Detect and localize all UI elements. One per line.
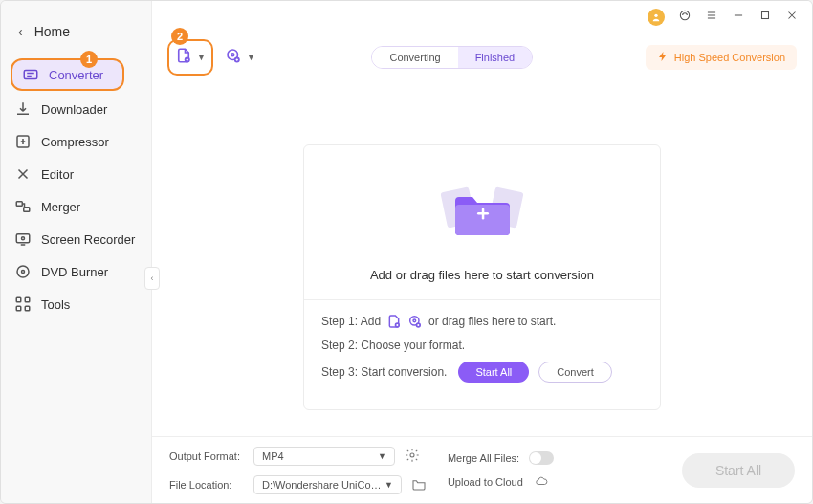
compressor-label: Compressor [41,135,109,149]
file-location-select[interactable]: D:\Wondershare UniConverter 1 ▼ [253,475,402,494]
maximize-icon[interactable] [758,9,772,26]
compressor-icon [14,133,32,150]
chevron-down-icon: ▼ [197,53,206,62]
svg-rect-3 [24,208,30,212]
merge-label: Merge All Files: [448,452,519,464]
converter-icon [22,66,39,83]
step-badge-2: 2 [171,28,188,45]
svg-rect-10 [16,306,21,311]
file-location-value: D:\Wondershare UniConverter 1 [262,479,385,491]
settings-icon[interactable] [405,448,420,465]
content-area: Add or drag files here to start conversi… [152,91,812,436]
sidebar-item-dvd-burner[interactable]: DVD Burner [1,255,151,288]
merge-toggle[interactable] [529,451,554,465]
svg-rect-4 [16,234,30,243]
open-folder-icon[interactable] [411,476,427,493]
drop-illustration [304,164,660,260]
bolt-icon [657,51,669,64]
avatar[interactable] [648,9,665,26]
svg-rect-14 [762,12,769,19]
tools-label: Tools [41,297,70,312]
step-badge-1: 1 [80,51,98,68]
output-format-label: Output Format: [169,450,244,462]
add-file-icon [386,314,402,329]
step2-text: Step 2: Choose your format. [321,339,465,352]
svg-rect-11 [25,306,30,311]
drop-title: Add or drag files here to start conversi… [304,260,660,299]
svg-point-27 [410,453,414,457]
bottombar: Output Format: MP4 ▼ File Location: D:\W… [152,436,812,503]
minimize-icon[interactable] [732,9,745,26]
home-label: Home [34,24,70,39]
main-panel: ‹ 2 ▼ [152,1,812,503]
titlebar [152,1,812,33]
file-location-label: File Location: [169,479,244,491]
collapse-sidebar-handle[interactable]: ‹ [144,267,160,290]
output-format-value: MP4 [262,450,284,462]
high-speed-conversion-promo[interactable]: High Speed Conversion [646,45,797,70]
cloud-icon [533,474,550,490]
step1-post: or drag files here to start. [428,315,556,328]
merger-icon [14,198,32,215]
drop-card[interactable]: Add or drag files here to start conversi… [303,144,661,410]
sidebar-item-merger[interactable]: Merger [1,190,151,223]
downloader-label: Downloader [41,102,107,117]
sidebar-item-editor[interactable]: Editor [1,158,151,190]
step1-pre: Step 1: Add [321,315,381,328]
svg-point-25 [413,319,416,322]
upload-row[interactable]: Upload to Cloud [448,474,554,490]
editor-icon [14,165,32,183]
svg-rect-0 [24,71,37,79]
svg-rect-9 [25,297,30,302]
convert-button[interactable]: Convert [538,362,612,383]
download-icon [14,100,32,118]
merger-label: Merger [41,200,80,214]
output-format-row: Output Format: MP4 ▼ [169,447,427,466]
add-files-button[interactable]: ▼ [167,39,213,76]
step-1: Step 1: Add or drag files here to start. [321,314,643,329]
close-icon[interactable] [785,9,799,26]
chevron-down-icon: ▼ [378,451,386,461]
add-disc-icon [407,314,423,329]
start-all-main-button[interactable]: Start All [682,453,795,488]
step3-text: Step 3: Start conversion. [321,365,447,379]
sidebar-item-tools[interactable]: Tools [1,288,151,320]
add-disc-icon [225,47,242,68]
tab-finished[interactable]: Finished [458,47,533,68]
sidebar: ‹ Home 1 Converter Downloader Compressor… [1,1,152,503]
chevron-down-icon: ▼ [247,53,255,62]
file-location-row: File Location: D:\Wondershare UniConvert… [169,475,427,494]
back-icon[interactable]: ‹ [18,24,23,39]
segmented-wrap: Converting Finished [271,46,634,69]
dvd-burner-icon [14,263,32,280]
add-disc-button[interactable]: ▼ [221,41,259,74]
editor-label: Editor [41,167,74,182]
home-row[interactable]: ‹ Home [1,11,151,56]
menu-icon[interactable] [705,9,718,26]
screen-recorder-icon [14,230,32,248]
merge-row: Merge All Files: [448,451,554,465]
sidebar-item-screen-recorder[interactable]: Screen Recorder [1,223,151,255]
svg-rect-22 [482,208,485,220]
toolbar: 2 ▼ ▼ Converting Finished [152,33,812,91]
sidebar-item-downloader[interactable]: Downloader [1,93,151,125]
chevron-down-icon: ▼ [385,480,393,490]
screen-recorder-label: Screen Recorder [41,232,135,247]
svg-point-17 [231,54,234,56]
sidebar-item-compressor[interactable]: Compressor [1,125,151,158]
svg-point-12 [654,14,657,17]
svg-point-5 [22,237,25,240]
add-file-icon [175,47,192,68]
support-icon[interactable] [678,9,692,26]
steps-list: Step 1: Add or drag files here to start.… [304,299,660,383]
output-format-select[interactable]: MP4 ▼ [253,447,395,466]
add-group: 2 ▼ ▼ [167,39,259,76]
converter-label: Converter [49,68,103,82]
sidebar-item-converter[interactable]: 1 Converter [11,58,124,91]
svg-rect-8 [16,297,21,302]
svg-point-13 [680,11,689,19]
start-all-button[interactable]: Start All [458,362,529,383]
upload-label: Upload to Cloud [448,476,523,488]
tab-converting[interactable]: Converting [372,47,457,68]
converting-finished-toggle: Converting Finished [371,46,533,69]
